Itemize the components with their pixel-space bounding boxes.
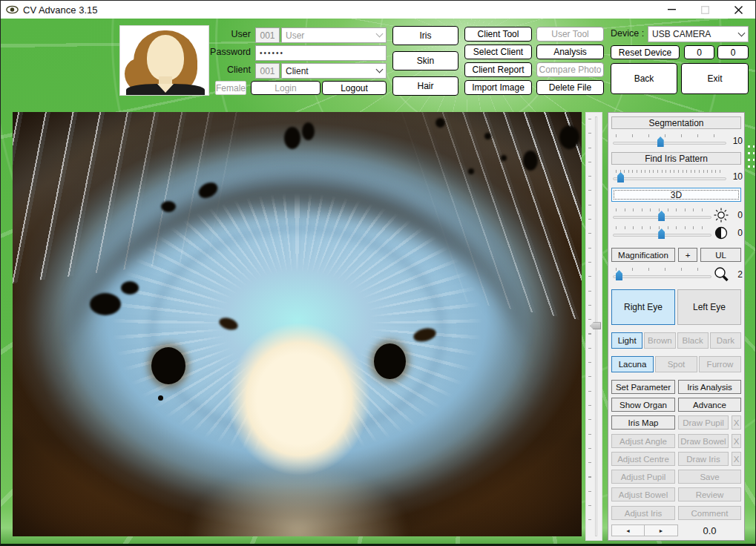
gender-badge: Female xyxy=(215,81,246,95)
adjust-bowel-button[interactable]: Adjust Bowel xyxy=(611,487,675,501)
delete-file-button[interactable]: Delete File xyxy=(536,80,604,95)
chevron-down-icon xyxy=(738,29,746,36)
user-id-field[interactable]: 001 xyxy=(255,27,280,43)
draw-pupil-clear-button[interactable]: X xyxy=(732,415,741,430)
review-button[interactable]: Review xyxy=(678,487,741,501)
client-report-button[interactable]: Client Report xyxy=(464,62,532,77)
color-black-button[interactable]: Black xyxy=(677,332,709,349)
segmentation-value: 10 xyxy=(726,136,743,146)
find-iris-slider[interactable] xyxy=(613,168,726,185)
user-dropdown[interactable]: User xyxy=(281,27,387,43)
adjust-centre-button[interactable]: Adjust Centre xyxy=(611,452,675,466)
prev-arrow-button[interactable]: ◄ xyxy=(611,524,645,536)
draw-bowel-clear-button[interactable]: X xyxy=(732,434,741,448)
slider-thumb[interactable] xyxy=(657,136,664,147)
adjust-angle-button[interactable]: Adjust Angle xyxy=(611,434,675,448)
minimize-button[interactable] xyxy=(655,1,688,19)
device-dropdown[interactable]: USB CAMERA xyxy=(648,26,749,42)
slider-ticks xyxy=(616,226,709,229)
right-eye-button[interactable]: Right Eye xyxy=(611,289,675,325)
draw-pupil-button[interactable]: Draw Pupil xyxy=(678,415,729,430)
logout-button[interactable]: Logout xyxy=(322,81,387,95)
exit-button[interactable]: Exit xyxy=(681,63,749,94)
slider-thumb[interactable] xyxy=(658,211,665,221)
ul-button[interactable]: UL xyxy=(700,248,741,262)
slider-ticks xyxy=(616,134,723,137)
import-image-button[interactable]: Import Image xyxy=(464,80,532,95)
adjust-iris-button[interactable]: Adjust Iris xyxy=(611,506,675,520)
lash-dot xyxy=(484,133,491,139)
slider-thumb[interactable] xyxy=(616,270,622,280)
back-button[interactable]: Back xyxy=(611,63,677,94)
draw-iris-button[interactable]: Draw Iris xyxy=(678,452,729,466)
vertical-slider-thumb[interactable] xyxy=(590,322,601,329)
plus-button[interactable]: + xyxy=(678,248,697,262)
set-parameter-button[interactable]: Set Parameter xyxy=(611,380,675,394)
next-arrow-button[interactable]: ► xyxy=(645,524,678,536)
client-avatar xyxy=(119,25,209,96)
client-dropdown[interactable]: Client xyxy=(281,63,387,79)
iris-analysis-button[interactable]: Iris Analysis xyxy=(678,380,741,394)
angle-value: 0.0 xyxy=(678,525,741,536)
show-organ-button[interactable]: Show Organ xyxy=(611,398,675,412)
client-tool-button[interactable]: Client Tool xyxy=(464,27,532,42)
color-light-button[interactable]: Light xyxy=(611,332,642,349)
login-button[interactable]: Login xyxy=(251,81,321,95)
contrast-icon xyxy=(711,226,731,240)
adjust-pupil-button[interactable]: Adjust Pupil xyxy=(611,470,675,484)
counter-1-button[interactable]: 0 xyxy=(684,45,714,59)
client-label: Client xyxy=(203,65,251,75)
draw-bowel-button[interactable]: Draw Bowel xyxy=(678,434,729,448)
compare-photo-button[interactable]: Compare Photo xyxy=(536,62,604,77)
control-panel: Segmentation 10 Find Iris Pattern 10 3D xyxy=(608,112,745,541)
iris-map-button[interactable]: Iris Map xyxy=(611,415,675,430)
lash-blob xyxy=(523,151,538,171)
left-eye-button[interactable]: Left Eye xyxy=(677,289,741,325)
app-body: User 001 User Password •••••• Client 001… xyxy=(1,19,755,544)
spot-button[interactable]: Spot xyxy=(655,356,697,372)
slider-track[interactable] xyxy=(613,275,711,278)
draw-iris-clear-button[interactable]: X xyxy=(732,452,741,466)
skin-mode-button[interactable]: Skin xyxy=(392,51,458,70)
zoom-slider[interactable] xyxy=(613,266,711,283)
iris-mode-button[interactable]: Iris xyxy=(392,26,458,45)
password-input[interactable]: •••••• xyxy=(255,45,387,61)
find-iris-pattern-header[interactable]: Find Iris Pattern xyxy=(611,152,741,165)
three-d-button[interactable]: 3D xyxy=(611,188,741,202)
segmentation-slider[interactable] xyxy=(613,133,726,149)
color-brown-button[interactable]: Brown xyxy=(644,332,675,349)
counter-2-button[interactable]: 0 xyxy=(717,45,749,59)
brightness-icon xyxy=(711,208,731,223)
lacuna-button[interactable]: Lacuna xyxy=(611,356,654,372)
segmentation-header[interactable]: Segmentation xyxy=(611,116,741,129)
color-dark-button[interactable]: Dark xyxy=(710,332,741,349)
slider-thumb[interactable] xyxy=(658,228,665,239)
slider-track[interactable] xyxy=(613,142,726,145)
magnification-button[interactable]: Magnification xyxy=(611,248,675,262)
lash-blob xyxy=(284,127,300,149)
comment-button[interactable]: Comment xyxy=(678,506,741,520)
hair-mode-button[interactable]: Hair xyxy=(392,76,458,96)
contrast-slider[interactable] xyxy=(613,225,711,241)
slider-track[interactable] xyxy=(613,177,726,180)
reset-device-button[interactable]: Reset Device xyxy=(611,45,680,59)
action-row-6: Adjust Pupil Save xyxy=(611,470,741,484)
lash-dot xyxy=(501,155,507,161)
slider-thumb[interactable] xyxy=(617,172,624,182)
brightness-slider-row: 0 xyxy=(613,207,743,223)
maximize-button[interactable] xyxy=(688,1,722,19)
brightness-slider[interactable] xyxy=(613,207,711,223)
close-button[interactable] xyxy=(722,1,755,19)
vertical-position-slider[interactable] xyxy=(585,112,602,541)
dots-decoration xyxy=(746,143,755,168)
save-button[interactable]: Save xyxy=(678,470,741,484)
advance-button[interactable]: Advance xyxy=(678,398,741,412)
lash-blob xyxy=(121,281,139,295)
pigment-spot-left xyxy=(151,347,185,384)
analysis-button[interactable]: Analysis xyxy=(536,45,604,59)
furrow-button[interactable]: Furrow xyxy=(699,356,741,372)
user-tool-button[interactable]: User Tool xyxy=(536,27,604,42)
client-id-field[interactable]: 001 xyxy=(255,63,280,79)
select-client-button[interactable]: Select Client xyxy=(464,45,532,59)
user-label: User xyxy=(203,29,251,39)
